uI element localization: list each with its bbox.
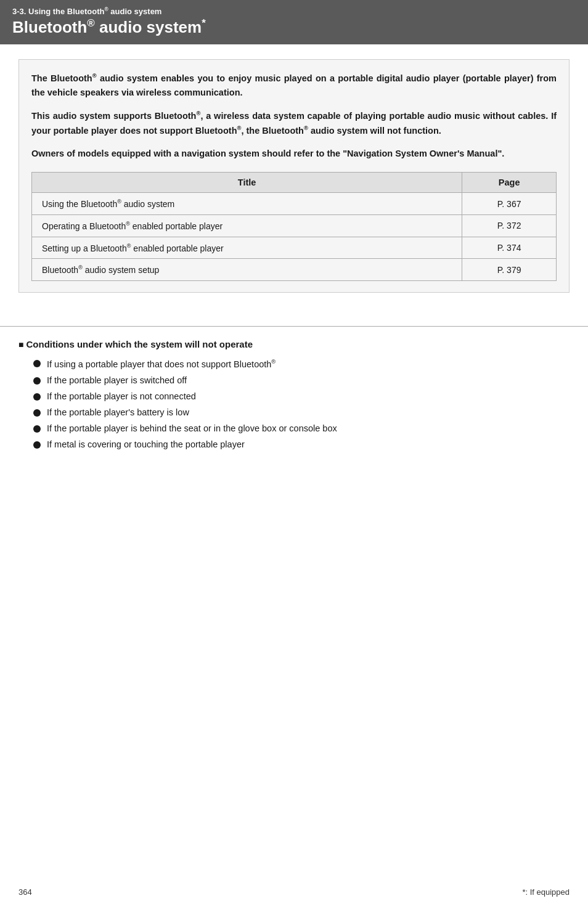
main-content: The Bluetooth® audio system enables you … [0,44,588,326]
page-number: 364 [18,887,32,897]
bullet-icon [33,377,41,385]
col-page-header: Page [462,173,557,193]
table-row: Operating a Bluetooth® enabled portable … [32,215,557,237]
info-box: The Bluetooth® audio system enables you … [18,59,570,293]
contents-table: Title Page Using the Bluetooth® audio sy… [31,172,557,281]
list-item-text: If using a portable player that does not… [47,358,276,369]
table-row: Using the Bluetooth® audio systemP. 367 [32,193,557,215]
conditions-section: Conditions under which the system will n… [0,339,588,474]
table-row: Bluetooth® audio system setupP. 379 [32,259,557,281]
header-title: Bluetooth® audio system* [12,17,576,37]
col-title-header: Title [32,173,462,193]
bullet-icon [33,409,41,417]
table-cell-title: Using the Bluetooth® audio system [32,193,462,215]
table-cell-title: Setting up a Bluetooth® enabled portable… [32,237,462,259]
list-item-text: If metal is covering or touching the por… [47,439,245,449]
bullet-icon [33,360,41,367]
list-item: If the portable player's battery is low [18,407,570,417]
table-cell-page: P. 372 [462,215,557,237]
header-subtitle: 3-3. Using the Bluetooth® audio system [12,6,576,16]
list-item-text: If the portable player is behind the sea… [47,423,337,433]
intro-para3: Owners of models equipped with a navigat… [31,147,557,161]
list-item-text: If the portable player's battery is low [47,407,189,417]
table-cell-page: P. 374 [462,237,557,259]
list-item: If the portable player is switched off [18,375,570,385]
asterisk-note: *: If equipped [522,887,570,897]
intro-para1: The Bluetooth® audio system enables you … [31,71,557,100]
list-item: If the portable player is not connected [18,391,570,401]
list-item: If the portable player is behind the sea… [18,423,570,433]
bullet-icon [33,425,41,433]
list-item: If metal is covering or touching the por… [18,439,570,449]
table-cell-page: P. 367 [462,193,557,215]
bullet-icon [33,393,41,401]
list-item: If using a portable player that does not… [18,358,570,369]
table-row: Setting up a Bluetooth® enabled portable… [32,237,557,259]
list-item-text: If the portable player is switched off [47,375,187,385]
section-divider [0,326,588,327]
table-cell-page: P. 379 [462,259,557,281]
bullet-icon [33,441,41,449]
page-header: 3-3. Using the Bluetooth® audio system B… [0,0,588,44]
table-cell-title: Bluetooth® audio system setup [32,259,462,281]
conditions-title: Conditions under which the system will n… [18,339,570,349]
intro-para2: This audio system supports Bluetooth®, a… [31,108,557,138]
list-item-text: If the portable player is not connected [47,391,196,401]
table-cell-title: Operating a Bluetooth® enabled portable … [32,215,462,237]
conditions-title-text: Conditions under which the system will n… [26,339,253,349]
conditions-list: If using a portable player that does not… [18,358,570,449]
